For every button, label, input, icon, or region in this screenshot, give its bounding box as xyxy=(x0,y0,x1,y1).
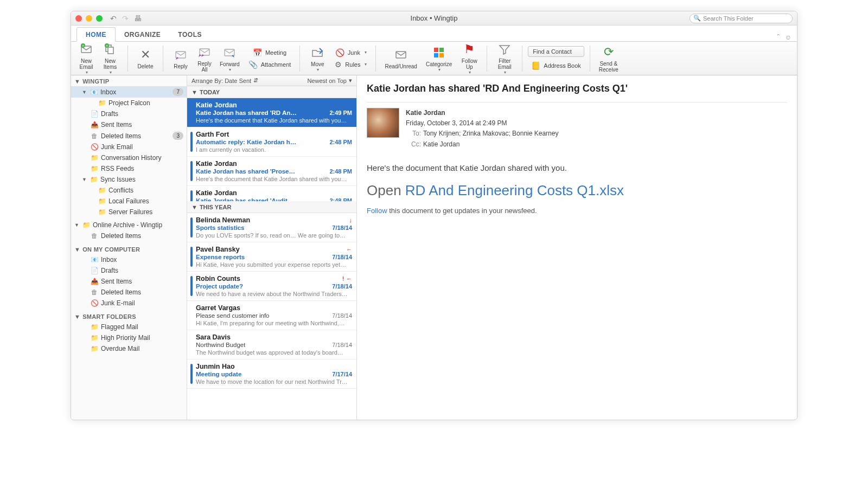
sidebar-item-omc-inbox[interactable]: 📧Inbox xyxy=(71,254,187,265)
sidebar-item-drafts[interactable]: 📄Drafts xyxy=(71,108,187,119)
attachment-button[interactable]: 📎 Attachment xyxy=(245,59,295,70)
message-from: Katie Jordan xyxy=(406,108,558,118)
svg-text:+: + xyxy=(82,44,84,48)
message-to: Tony Krijnen; Zrinka Makovac; Bonnie Kea… xyxy=(423,130,558,137)
collapse-ribbon-icon[interactable]: ˆ xyxy=(777,34,780,41)
calendar-icon: 📅 xyxy=(253,48,262,57)
sidebar-item-omc-drafts[interactable]: 📄Drafts xyxy=(71,265,187,276)
sidebar-item-conversation-history[interactable]: 📁Conversation History xyxy=(71,152,187,163)
address-book-icon: 📒 xyxy=(531,61,540,70)
group-today[interactable]: ▼TODAY xyxy=(187,86,356,98)
categorize-button[interactable]: Categorize xyxy=(423,44,455,73)
message-subject: Katie Jordan has shared 'RD And Engineer… xyxy=(367,83,787,94)
close-window-button[interactable] xyxy=(75,15,82,22)
quick-access-toolbar: ↶ ↷ 🖶 xyxy=(110,14,142,23)
deleted-count-badge: 3 xyxy=(173,132,183,140)
message-item[interactable]: Junmin Hao Meeting update7/17/14 We have… xyxy=(187,359,356,389)
address-book-button[interactable]: 📒 Address Book xyxy=(528,60,584,71)
sidebar-item-local-failures[interactable]: 📁Local Failures xyxy=(71,196,187,207)
ribbon-tabs: HOME ORGANIZE TOOLS ˆ ☺ xyxy=(71,25,797,42)
forward-button[interactable]: Forward xyxy=(216,44,243,73)
svg-rect-4 xyxy=(108,47,113,54)
help-icon[interactable]: ☺ xyxy=(785,34,792,41)
open-document-line: Open RD And Engineering Costs Q1.xlsx xyxy=(367,182,787,199)
smart-folders-header[interactable]: ▼SMART FOLDERS xyxy=(71,312,187,322)
svg-rect-12 xyxy=(439,48,444,52)
sidebar-item-high-priority[interactable]: 📁High Priority Mail xyxy=(71,332,187,343)
sidebar-item-oa-deleted[interactable]: 🗑Deleted Items xyxy=(71,230,187,241)
redo-icon[interactable]: ↷ xyxy=(122,14,129,23)
message-item[interactable]: Garth Fort Automatic reply: Katie Jordan… xyxy=(187,127,356,157)
new-email-button[interactable]: + New Email xyxy=(74,41,98,76)
new-items-button[interactable]: + New Items xyxy=(98,41,122,76)
message-item[interactable]: Garret Vargas Please send customer info7… xyxy=(187,301,356,330)
print-icon[interactable]: 🖶 xyxy=(134,14,142,23)
sidebar-item-overdue[interactable]: 📁Overdue Mail xyxy=(71,343,187,354)
message-item[interactable]: Robin Counts!← Project update?7/18/14 We… xyxy=(187,272,356,301)
tab-organize[interactable]: ORGANIZE xyxy=(116,28,169,41)
arrange-by-label: Arrange By: Date Sent xyxy=(192,78,251,84)
svg-rect-11 xyxy=(434,48,438,52)
minimize-window-button[interactable] xyxy=(86,15,92,22)
sidebar-item-junk[interactable]: 🚫Junk Email xyxy=(71,142,187,152)
sidebar-item-omc-deleted[interactable]: 🗑Deleted Items xyxy=(71,287,187,298)
svg-rect-8 xyxy=(200,49,209,55)
svg-rect-14 xyxy=(439,53,444,57)
window-title: Inbox • Wingtip xyxy=(71,14,797,22)
on-my-computer-header[interactable]: ▼ON MY COMPUTER xyxy=(71,245,187,254)
message-item[interactable]: Belinda Newman↓ Sports statistics7/18/14… xyxy=(187,213,356,242)
message-item[interactable]: Katie Jordan Katie Jordan has shared 'Au… xyxy=(187,186,356,201)
sidebar-item-omc-sent[interactable]: 📤Sent Items xyxy=(71,276,187,287)
group-this-year[interactable]: ▼THIS YEAR xyxy=(187,201,356,213)
sidebar-item-inbox[interactable]: ▼📧Inbox 7 xyxy=(71,86,187,98)
sidebar-item-rss[interactable]: 📁RSS Feeds xyxy=(71,163,187,174)
sidebar-item-conflicts[interactable]: 📁Conflicts xyxy=(71,185,187,196)
sidebar-item-project-falcon[interactable]: 📁Project Falcon xyxy=(71,98,187,108)
chevron-down-icon: ▼ xyxy=(192,204,197,210)
arrange-bar[interactable]: Arrange By: Date Sent ⇵ Newest on Top▾ xyxy=(187,75,356,86)
message-list-year: Belinda Newman↓ Sports statistics7/18/14… xyxy=(187,213,356,420)
find-contact-button[interactable]: Find a Contact xyxy=(528,46,584,57)
follow-link[interactable]: Follow xyxy=(367,207,387,215)
open-document-link[interactable]: RD And Engineering Costs Q1.xlsx xyxy=(405,182,624,198)
sort-order-label: Newest on Top xyxy=(307,78,347,84)
search-field[interactable]: 🔍 Search This Folder xyxy=(690,14,793,23)
chevron-down-icon: ▾ xyxy=(349,77,352,84)
delete-button[interactable]: ✕ Delete xyxy=(133,46,157,70)
message-item[interactable]: Pavel Bansky← Expense reports7/18/14 Hi … xyxy=(187,242,356,272)
sidebar-item-server-failures[interactable]: 📁Server Failures xyxy=(71,207,187,217)
follow-up-button[interactable]: ⚑ Follow Up xyxy=(457,41,481,76)
reply-all-button[interactable]: Reply All xyxy=(193,43,216,74)
sidebar-item-online-archive[interactable]: ▼📁Online Archive - Wingtip xyxy=(71,220,187,230)
sidebar-item-sync-issues[interactable]: ▼📁Sync Issues xyxy=(71,174,187,185)
reply-button[interactable]: Reply xyxy=(169,46,193,70)
filter-email-button[interactable]: Filter Email xyxy=(493,41,516,76)
junk-icon: 🚫 xyxy=(335,48,344,57)
message-cc: Katie Jordan xyxy=(423,140,459,148)
tab-home[interactable]: HOME xyxy=(76,27,116,42)
chevron-down-icon: ▼ xyxy=(192,89,197,95)
junk-button[interactable]: 🚫 Junk xyxy=(331,47,370,58)
message-item[interactable]: Katie Jordan Katie Jordan has shared 'RD… xyxy=(187,98,356,127)
svg-rect-9 xyxy=(225,49,234,56)
zoom-window-button[interactable] xyxy=(96,15,103,22)
rules-button[interactable]: ⚙ Rules xyxy=(331,59,370,70)
sidebar-item-omc-junk[interactable]: 🚫Junk E-mail xyxy=(71,298,187,309)
undo-icon[interactable]: ↶ xyxy=(110,14,117,23)
sidebar-item-flagged[interactable]: 📁Flagged Mail xyxy=(71,322,187,332)
search-placeholder: Search This Folder xyxy=(703,15,754,22)
main-body: ▼WINGTIP ▼📧Inbox 7 📁Project Falcon 📄Draf… xyxy=(71,75,797,420)
message-list-today: Katie Jordan Katie Jordan has shared 'RD… xyxy=(187,98,356,201)
window-controls xyxy=(75,15,103,22)
meeting-button[interactable]: 📅 Meeting xyxy=(245,47,295,58)
read-unread-button[interactable]: Read/Unread xyxy=(381,46,420,70)
move-button[interactable]: Move xyxy=(305,44,329,73)
ribbon: + New Email + New Items ✕ Delete Reply R… xyxy=(71,42,797,75)
account-header[interactable]: ▼WINGTIP xyxy=(71,76,187,86)
message-item[interactable]: Sara Davis Northwind Budget7/18/14 The N… xyxy=(187,330,356,359)
sidebar-item-deleted[interactable]: 🗑Deleted Items3 xyxy=(71,130,187,142)
sidebar-item-sent[interactable]: 📤Sent Items xyxy=(71,119,187,130)
send-receive-button[interactable]: ⟳ Send & Receive xyxy=(596,43,622,74)
tab-tools[interactable]: TOOLS xyxy=(169,28,210,41)
message-item[interactable]: Katie Jordan Katie Jordan has shared 'Pr… xyxy=(187,157,356,186)
